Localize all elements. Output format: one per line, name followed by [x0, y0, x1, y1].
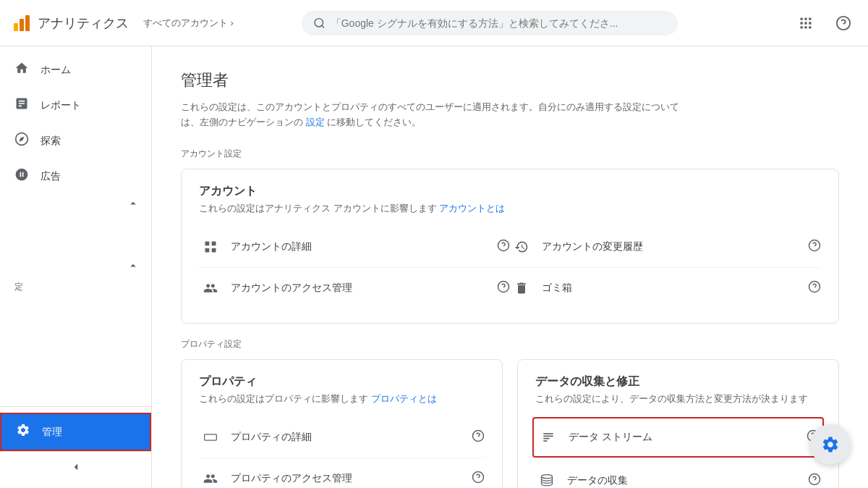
svg-rect-0: [14, 23, 18, 31]
analytics-logo-icon: [12, 13, 32, 33]
property-access-row[interactable]: プロパティのアクセス管理: [199, 458, 485, 488]
sidebar-admin-label: 管理: [42, 426, 62, 439]
sidebar-item-home[interactable]: ホーム: [0, 52, 145, 88]
svg-rect-7: [809, 17, 811, 20]
reports-icon: [14, 96, 29, 114]
property-detail-row[interactable]: プロパティの詳細: [199, 417, 485, 458]
account-access-label: アカウントのアクセス管理: [231, 282, 488, 295]
svg-rect-8: [800, 22, 802, 24]
account-history-label: アカウントの変更履歴: [542, 240, 799, 253]
account-access-help-icon[interactable]: [497, 280, 510, 296]
account-card-subtitle: これらの設定はアナリティクス アカウントに影響します アカウントとは: [199, 202, 821, 215]
svg-line-4: [321, 25, 323, 28]
svg-rect-5: [800, 17, 802, 20]
svg-point-48: [542, 474, 553, 478]
account-trash-row[interactable]: ゴミ箱: [510, 268, 821, 308]
account-access-icon: [199, 277, 222, 300]
sidebar-nav: ホーム レポート 探索 広告: [0, 46, 151, 406]
help-icon: [835, 15, 851, 31]
account-detail-help-icon[interactable]: [497, 239, 510, 255]
svg-rect-2: [25, 15, 30, 31]
account-history-icon: [510, 235, 533, 258]
property-detail-help-icon[interactable]: [472, 429, 485, 445]
data-collection-help-icon[interactable]: [808, 473, 821, 488]
sidebar-item-explore[interactable]: 探索: [0, 123, 145, 159]
sidebar-item-explore-label: 探索: [41, 135, 61, 148]
sidebar-item-admin[interactable]: 管理: [0, 413, 151, 451]
main-layout: ホーム レポート 探索 広告: [0, 46, 868, 488]
sidebar-collapse-button[interactable]: [0, 451, 151, 482]
data-stream-row[interactable]: データ ストリーム: [532, 417, 824, 458]
property-access-icon: [199, 467, 222, 488]
logo: アナリティクス: [12, 13, 129, 33]
account-trash-icon: [510, 277, 533, 300]
data-stream-label: データ ストリーム: [569, 431, 798, 444]
property-access-label: プロパティのアクセス管理: [231, 472, 463, 485]
data-card-subtitle: これらの設定により、データの収集方法と変更方法が決まります: [535, 392, 821, 405]
search-bar[interactable]: [302, 11, 678, 35]
main-content: 管理者 これらの設定は、このアカウントとプロパティのすべてのユーザーに適用されま…: [152, 46, 868, 488]
account-link[interactable]: アカウントとは: [439, 203, 505, 214]
property-card-title: プロパティ: [199, 374, 485, 390]
svg-rect-29: [205, 434, 217, 439]
fab-button[interactable]: [810, 424, 851, 465]
admin-icon: [16, 423, 30, 441]
data-collection-icon: [535, 469, 558, 488]
property-detail-label: プロパティの詳細: [231, 431, 463, 444]
sidebar-bottom: 管理: [0, 406, 151, 488]
sidebar-item-advertising[interactable]: 広告: [0, 159, 145, 194]
account-card-grid: アカウントの詳細 アカウントのアクセス管理: [199, 227, 821, 308]
account-detail-row[interactable]: アカウントの詳細: [199, 227, 510, 268]
sidebar-expand-btn-2[interactable]: [0, 256, 151, 275]
account-card-title: アカウント: [199, 184, 821, 199]
property-card: プロパティ これらの設定はプロパティに影響します プロパティとは プロパティの詳…: [181, 359, 503, 488]
data-card-title: データの収集と修正: [535, 374, 821, 390]
property-link[interactable]: プロパティとは: [371, 393, 437, 404]
help-button[interactable]: [830, 10, 856, 36]
property-access-help-icon[interactable]: [472, 471, 485, 487]
svg-point-3: [315, 18, 323, 26]
sidebar-item-advertising-label: 広告: [41, 170, 61, 183]
home-icon: [14, 61, 29, 79]
advertising-icon: [14, 167, 29, 185]
page-description: これらの設定は、このアカウントとプロパティのすべてのユーザーに適用されます。自分…: [181, 100, 687, 130]
svg-rect-11: [800, 26, 802, 28]
svg-rect-1: [20, 19, 24, 31]
account-left-col: アカウントの詳細 アカウントのアクセス管理: [199, 227, 510, 308]
data-stream-icon: [537, 426, 560, 449]
settings-link[interactable]: 設定: [306, 117, 325, 127]
data-collection-row[interactable]: データの収集: [535, 460, 821, 488]
svg-rect-19: [205, 248, 210, 252]
account-history-help-icon[interactable]: [808, 239, 821, 255]
sidebar-item-reports-label: レポート: [41, 99, 81, 112]
account-history-row[interactable]: アカウントの変更履歴: [510, 227, 821, 268]
apps-icon: [799, 16, 813, 30]
svg-rect-12: [804, 26, 807, 28]
sidebar-item-home-label: ホーム: [41, 64, 71, 77]
sidebar-item-reports[interactable]: レポート: [0, 88, 145, 123]
svg-rect-17: [205, 241, 210, 245]
account-trash-label: ゴミ箱: [542, 282, 799, 295]
sidebar: ホーム レポート 探索 広告: [0, 46, 152, 488]
account-trash-help-icon[interactable]: [808, 280, 821, 296]
account-detail-label: アカウントの詳細: [231, 240, 488, 253]
svg-rect-10: [809, 22, 811, 24]
page-title: 管理者: [181, 70, 839, 91]
data-card: データの収集と修正 これらの設定により、データの収集方法と変更方法が決まります …: [517, 359, 839, 488]
apps-button[interactable]: [793, 10, 819, 36]
property-detail-icon: [199, 426, 222, 449]
account-card: アカウント これらの設定はアナリティクス アカウントに影響します アカウントとは…: [181, 169, 839, 324]
svg-rect-6: [804, 17, 807, 20]
search-input[interactable]: [331, 17, 666, 29]
sidebar-settings-placeholder: 定: [0, 275, 151, 297]
sidebar-expand-btn-1[interactable]: [0, 194, 151, 213]
account-access-row[interactable]: アカウントのアクセス管理: [199, 268, 510, 308]
fab-settings-icon: [821, 435, 840, 454]
breadcrumb[interactable]: すべてのアカウント ›: [137, 17, 239, 30]
data-collection-label: データの収集: [567, 474, 799, 487]
account-detail-icon: [199, 235, 222, 258]
property-section-label: プロパティ設定: [181, 338, 839, 350]
search-icon: [313, 17, 326, 30]
svg-rect-9: [804, 22, 807, 24]
property-card-subtitle: これらの設定はプロパティに影響します プロパティとは: [199, 392, 485, 405]
